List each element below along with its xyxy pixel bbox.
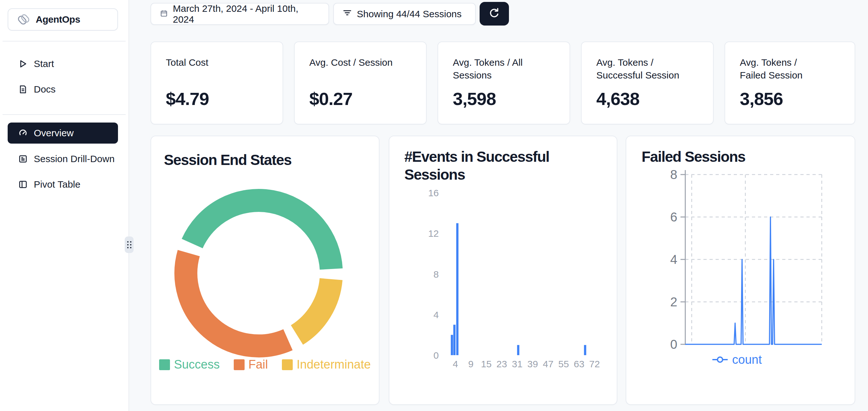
stat-card-avg-tokens-all: Avg. Tokens / All Sessions 3,598 bbox=[437, 41, 570, 124]
logo[interactable]: AgentOps bbox=[8, 8, 118, 31]
legend-swatch bbox=[159, 359, 170, 370]
sidebar-item-docs[interactable]: Docs bbox=[8, 80, 118, 99]
svg-text:4: 4 bbox=[453, 359, 458, 369]
count-legend[interactable]: count bbox=[732, 353, 762, 366]
sidebar: AgentOps Start Docs bbox=[0, 0, 129, 411]
svg-text:0: 0 bbox=[670, 337, 677, 351]
donut-legend: Success Fail Indeterminate bbox=[151, 358, 379, 372]
stat-card-avg-tokens-failed: Avg. Tokens / Failed Session 3,856 bbox=[724, 41, 855, 124]
svg-text:15: 15 bbox=[481, 359, 491, 369]
sidebar-divider bbox=[3, 114, 126, 115]
svg-text:8: 8 bbox=[670, 168, 677, 182]
legend-swatch bbox=[234, 359, 245, 370]
svg-text:39: 39 bbox=[527, 359, 538, 369]
legend-item-fail[interactable]: Fail bbox=[234, 358, 268, 372]
stat-card-total-cost: Total Cost $4.79 bbox=[151, 41, 283, 124]
refresh-icon bbox=[488, 7, 500, 21]
svg-text:12: 12 bbox=[428, 228, 439, 239]
date-range-label: March 27th, 2024 - April 10th, 2024 bbox=[173, 3, 319, 25]
svg-text:31: 31 bbox=[512, 359, 522, 369]
app-title: AgentOps bbox=[36, 14, 80, 25]
legend-label: Fail bbox=[248, 358, 268, 372]
svg-text:47: 47 bbox=[543, 359, 553, 369]
svg-text:72: 72 bbox=[589, 359, 600, 369]
svg-text:6: 6 bbox=[670, 210, 677, 224]
filter-lines-icon bbox=[343, 8, 352, 20]
sidebar-panel-icon bbox=[18, 179, 28, 189]
events-histogram: 0481216491523313947556372 bbox=[390, 136, 618, 406]
events-histogram-card: #Events in Successful Sessions 048121649… bbox=[389, 136, 617, 405]
svg-text:0: 0 bbox=[433, 350, 439, 360]
stat-value: 3,856 bbox=[740, 88, 840, 109]
stat-label: Avg. Tokens / Successful Session bbox=[596, 56, 692, 82]
svg-text:55: 55 bbox=[558, 359, 569, 369]
refresh-button[interactable] bbox=[479, 2, 509, 26]
stat-label: Avg. Tokens / All Sessions bbox=[453, 56, 536, 82]
stat-label: Avg. Tokens / Failed Session bbox=[740, 56, 819, 82]
sidebar-item-label: Pivot Table bbox=[34, 179, 80, 190]
stat-value: $0.27 bbox=[309, 88, 411, 109]
svg-text:2: 2 bbox=[670, 295, 677, 309]
sidebar-item-label: Session Drill-Down bbox=[34, 153, 115, 164]
legend-label: Indeterminate bbox=[297, 358, 371, 372]
date-range-button[interactable]: March 27th, 2024 - April 10th, 2024 bbox=[151, 3, 329, 25]
sidebar-item-pivot-table[interactable]: Pivot Table bbox=[8, 175, 118, 194]
paperclip-icon bbox=[17, 12, 31, 27]
failed-sessions-card: Failed Sessions 02468count bbox=[626, 136, 855, 405]
document-icon bbox=[18, 84, 28, 94]
stat-value: 4,638 bbox=[596, 88, 699, 109]
svg-text:16: 16 bbox=[428, 187, 439, 198]
svg-text:8: 8 bbox=[433, 269, 439, 280]
stat-card-avg-cost-session: Avg. Cost / Session $0.27 bbox=[294, 41, 427, 124]
svg-text:4: 4 bbox=[433, 310, 439, 320]
stat-label: Total Cost bbox=[166, 56, 268, 69]
sidebar-resize-grip[interactable] bbox=[125, 236, 134, 253]
play-icon bbox=[18, 59, 28, 69]
legend-swatch bbox=[282, 359, 293, 370]
stat-value: $4.79 bbox=[166, 88, 268, 109]
list-box-icon bbox=[18, 154, 28, 164]
legend-item-indeterminate[interactable]: Indeterminate bbox=[282, 358, 371, 372]
stat-card-avg-tokens-successful: Avg. Tokens / Successful Session 4,638 bbox=[581, 41, 714, 124]
legend-label: Success bbox=[174, 358, 220, 372]
svg-text:23: 23 bbox=[496, 359, 507, 369]
svg-text:9: 9 bbox=[468, 359, 473, 369]
sidebar-item-start[interactable]: Start bbox=[8, 54, 118, 74]
sidebar-item-label: Docs bbox=[34, 84, 56, 95]
session-filter-label: Showing 44/44 Sessions bbox=[357, 9, 462, 20]
sidebar-item-session-drill-down[interactable]: Session Drill-Down bbox=[8, 149, 118, 169]
calendar-icon bbox=[160, 9, 168, 20]
agentops-dashboard: AgentOps Start Docs bbox=[0, 0, 868, 411]
session-end-states-card: Session End States Success Fail Indeterm… bbox=[151, 136, 379, 405]
stat-value: 3,598 bbox=[453, 88, 555, 109]
stat-label: Avg. Cost / Session bbox=[309, 56, 411, 69]
sidebar-divider bbox=[3, 41, 126, 41]
failed-sessions-chart: 02468count bbox=[626, 136, 856, 406]
session-filter-button[interactable]: Showing 44/44 Sessions bbox=[333, 3, 476, 25]
svg-text:63: 63 bbox=[574, 359, 584, 369]
sidebar-item-label: Overview bbox=[34, 128, 74, 139]
sidebar-item-label: Start bbox=[34, 58, 54, 69]
legend-item-success[interactable]: Success bbox=[159, 358, 220, 372]
svg-text:4: 4 bbox=[670, 253, 677, 266]
gauge-icon bbox=[18, 128, 28, 138]
sidebar-item-overview[interactable]: Overview bbox=[8, 122, 118, 144]
